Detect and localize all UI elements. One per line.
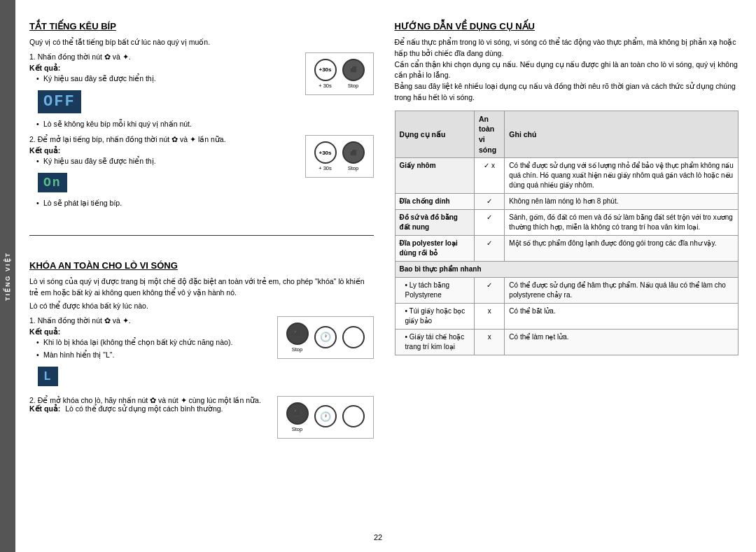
table-row-polystyrene: • Ly tách bằng Polystyrene ✓ Có thể được… (395, 278, 738, 304)
lock-intro1: Lò vi sóng của quý vị được trang bị một … (29, 276, 374, 299)
note-paperbag: Có thể bắt lửa. (505, 304, 738, 330)
side-tab-text: TIẾNG VIỆT (4, 252, 11, 301)
clock-button-group2: 🕐 (314, 405, 337, 429)
lock-step1-text: 1. Nhấn đồng thời nút ✿ và ✦. (29, 316, 131, 325)
item-nonstick: Đĩa chống dính (395, 194, 474, 210)
beep-intro: Quý vị có thể tắt tiếng bíp bất cứ lúc n… (29, 37, 374, 48)
table-row-aluminum: Giấy nhôm ✓ x Có thể được sử dụng với số… (395, 158, 738, 194)
beep-display1: OFF (38, 90, 81, 113)
beep-step2: +30s + 30s ⬛ Stop 2. Để mở lại tiếng bíp… (29, 135, 374, 211)
page: TIẾNG VIỆT TẮT TIẾNG KÊU BÍP Quý vị có t… (0, 0, 756, 552)
right-column: HƯỚNG DẪN VỀ DỤNG CỤ NẤU Để nấu thực phẩ… (395, 21, 739, 531)
note-polystyrene: Có thể được sử dụng để hâm thực phẩm. Nấ… (505, 278, 738, 304)
lock-intro2: Lò có thể được khóa bất kỳ lúc nào. (29, 301, 374, 312)
lock-display1: L (38, 367, 58, 386)
clock-circle2[interactable]: 🕐 (314, 405, 337, 427)
item-polystyrene: • Ly tách bằng Polystyrene (395, 278, 474, 304)
safety-polystyrene: ✓ (474, 278, 504, 304)
section-cookware: HƯỚNG DẪN VỀ DỤNG CỤ NẤU Để nấu thực phẩ… (395, 21, 739, 355)
section-beep: TẮT TIẾNG KÊU BÍP Quý vị có thể tắt tiến… (29, 21, 374, 211)
beep-bullet1a: Ký hiệu sau đây sẽ được hiển thị. (36, 73, 374, 85)
cookware-title: HƯỚNG DẪN VỀ DỤNG CỤ NẤU (395, 21, 739, 31)
table-row-recycled: • Giấy tái chế hoặc trang trí kim loại x… (395, 330, 738, 355)
lock-result2-label: Kết quả: (29, 404, 60, 413)
note-aluminum: Có thể được sử dụng với số lượng nhỏ để … (505, 158, 738, 194)
table-row-polyester: Đĩa polyester loại dùng rồi bỏ ✓ Một số … (395, 236, 738, 262)
beep-step1-text: 1. Nhấn đồng thời nút ✿ và ✦. (29, 52, 131, 61)
beep-result2-list: Ký hiệu sau đây sẽ được hiển thị. (36, 156, 374, 167)
beep-result1-list2: Lò sẽ không kêu bíp mỗi khi quý vị nhấn … (36, 119, 374, 130)
item-ceramic: Đồ sứ và đồ bằng đất nung (395, 210, 474, 236)
safety-nonstick: ✓ (474, 194, 504, 210)
content: TẮT TIẾNG KÊU BÍP Quý vị có thể tắt tiến… (15, 0, 756, 552)
lock-bullet1b: Màn hình hiển thị "L". (36, 350, 374, 361)
beep-title: TẮT TIẾNG KÊU BÍP (29, 21, 374, 31)
lock-step2: ⬛ Stop 🕐 (29, 396, 374, 442)
section-divider (29, 235, 374, 236)
stop-button-group4: ⬛ Stop (286, 402, 309, 432)
beep-result2-list2: Lò sẽ phát lại tiếng bíp. (36, 198, 374, 209)
beep-result1-list: Ký hiệu sau đây sẽ được hiển thị. (36, 73, 374, 85)
lock-result2-text: Lò có thể được sử dụng một cách bình thư… (65, 404, 223, 413)
item-recycled: • Giấy tái chế hoặc trang trí kim loại (395, 330, 474, 355)
item-aluminum: Giấy nhôm (395, 158, 474, 194)
beep-step1: +30s + 30s ⬛ Stop 1. Nhấn đồng thời nút … (29, 52, 374, 132)
table-row-nonstick: Đĩa chống dính ✓ Không nên làm nóng lò h… (395, 194, 738, 210)
cookware-table: Dụng cụ nấu An toàn vi sóng Ghi chú Giấy… (395, 111, 739, 356)
table-header-safety: An toàn vi sóng (474, 111, 504, 158)
lock-step2-text: 2. Để mở khóa cho lò, hãy nhấn nút ✿ và … (29, 396, 261, 404)
safety-aluminum: ✓ x (474, 158, 504, 194)
lock-title: KHÓA AN TOÀN CHO LÒ VI SÓNG (29, 260, 374, 271)
beep-step2-text: 2. Để mở lại tiếng bíp, nhấn đồng thời n… (29, 135, 226, 143)
item-paperbag: • Túi giấy hoặc bọc giấy bảo (395, 304, 474, 330)
page-number: 22 (374, 533, 382, 542)
stop-circle4[interactable]: ⬛ (286, 402, 309, 425)
table-row-paperbag: • Túi giấy hoặc bọc giấy bảo x Có thể bắ… (395, 304, 738, 330)
lock-bullet1a: Khi lò bị khóa lại (không thể chọn bất k… (36, 337, 374, 348)
side-tab: TIẾNG VIỆT (0, 0, 15, 552)
table-header-item: Dụng cụ nấu (395, 111, 474, 158)
empty-circle2[interactable] (342, 405, 365, 427)
beep-display2: On (38, 173, 67, 192)
beep-bullet2a: Ký hiệu sau đây sẽ được hiển thị. (36, 156, 374, 167)
left-column: TẮT TIẾNG KÊU BÍP Quý vị có thể tắt tiến… (29, 21, 374, 531)
lock-step1: ⬛ Stop 🕐 (29, 316, 374, 392)
empty-button-group2 (342, 405, 365, 429)
cookware-intro: Để nấu thực phẩm trong lò vi sóng, vi só… (395, 37, 739, 104)
section-lock: KHÓA AN TOÀN CHO LÒ VI SÓNG Lò vi sóng c… (29, 260, 374, 442)
safety-paperbag: x (474, 304, 504, 330)
table-row-fastfood: Bao bì thực phẩm nhanh (395, 262, 738, 278)
note-ceramic: Sành, gốm, đồ đất có men và đồ sứ làm bằ… (505, 210, 738, 236)
beep-bullet1b: Lò sẽ không kêu bíp mỗi khi quý vị nhấn … (36, 119, 374, 130)
item-fastfood: Bao bì thực phẩm nhanh (395, 262, 738, 278)
note-polyester: Một số thực phẩm đông lạnh được đóng gói… (505, 236, 738, 262)
note-recycled: Có thể làm nẹt lửa. (505, 330, 738, 355)
safety-ceramic: ✓ (474, 210, 504, 236)
safety-polyester: ✓ (474, 236, 504, 262)
safety-recycled: x (474, 330, 504, 355)
item-polyester: Đĩa polyester loại dùng rồi bỏ (395, 236, 474, 262)
table-row-ceramic: Đồ sứ và đồ bằng đất nung ✓ Sành, gốm, đ… (395, 210, 738, 236)
stop-label4: Stop (292, 426, 302, 432)
lock-step2-diagram: ⬛ Stop 🕐 (277, 396, 374, 439)
table-header-notes: Ghi chú (505, 111, 738, 158)
note-nonstick: Không nên làm nóng lò hơn 8 phút. (505, 194, 738, 210)
beep-bullet2b: Lò sẽ phát lại tiếng bíp. (36, 198, 374, 209)
